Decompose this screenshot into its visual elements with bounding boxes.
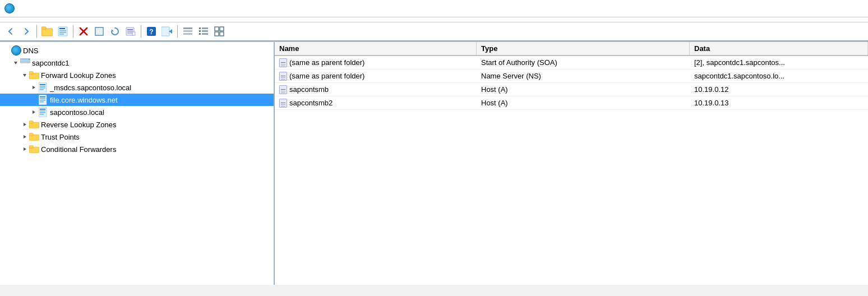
detail-view-button[interactable] [181, 24, 195, 39]
separator-4 [177, 25, 178, 38]
list-header: NameTypeData [275, 42, 868, 56]
forward-button[interactable] [19, 24, 34, 39]
record-icon [279, 58, 287, 67]
main-content: DNS sapcontdc1 Forward Lookup Zones _msd… [0, 41, 868, 285]
report-view-button[interactable] [212, 24, 227, 39]
record-icon [279, 99, 287, 108]
svg-marker-39 [23, 74, 26, 77]
svg-rect-13 [127, 29, 133, 30]
tree-item-sapcontdc1[interactable]: sapcontdc1 [0, 57, 274, 69]
svg-marker-11 [112, 29, 114, 31]
refresh2-button[interactable] [108, 24, 122, 39]
list-row[interactable]: sapcontsmbHost (A)10.19.0.12 [275, 83, 868, 96]
separator-1 [36, 25, 37, 38]
zone-icon [38, 82, 48, 92]
list-name-text: (same as parent folder) [289, 58, 364, 67]
tree-item-trust-points[interactable]: Trust Points [0, 131, 274, 143]
svg-rect-30 [215, 27, 219, 31]
tree-expander-sapcontoso-local[interactable] [29, 108, 38, 117]
list-row[interactable]: (same as parent folder)Name Server (NS)s… [275, 70, 868, 83]
separator-3 [141, 25, 141, 38]
svg-rect-46 [40, 87, 45, 89]
svg-rect-31 [220, 27, 224, 31]
title-bar [0, 0, 868, 17]
list-row[interactable]: sapcontsmb2Host (A)10.19.0.13 [275, 96, 868, 110]
delete-button[interactable] [76, 24, 91, 39]
tree-item-reverse-lookup[interactable]: Reverse Lookup Zones [0, 118, 274, 131]
folder-icon [29, 144, 39, 154]
tree-expander-reverse-lookup[interactable] [20, 120, 29, 129]
svg-marker-65 [24, 147, 26, 151]
app-icon [4, 3, 15, 13]
list-row[interactable]: (same as parent folder)Start of Authorit… [275, 56, 868, 70]
tree-label-sapcontoso-local: sapcontoso.local [50, 108, 104, 117]
svg-rect-22 [183, 30, 192, 32]
tree-expander-trust-points[interactable] [20, 132, 29, 141]
svg-rect-27 [202, 30, 208, 32]
toolbar: ? [0, 22, 868, 41]
tree-label-trust-points: Trust Points [41, 133, 80, 141]
svg-rect-3 [59, 28, 65, 29]
tree-item-forward-lookup[interactable]: Forward Lookup Zones [0, 69, 274, 81]
svg-rect-45 [40, 86, 45, 87]
list-view-button[interactable] [196, 24, 211, 39]
menu-action[interactable] [18, 18, 22, 21]
svg-rect-6 [59, 34, 64, 35]
svg-rect-1 [41, 27, 46, 29]
svg-rect-41 [29, 72, 33, 75]
list-header-type[interactable]: Type [477, 42, 690, 55]
svg-rect-61 [29, 121, 33, 124]
svg-rect-57 [40, 112, 45, 113]
svg-marker-59 [24, 123, 26, 126]
svg-rect-36 [21, 59, 30, 60]
svg-rect-49 [40, 96, 45, 98]
list-cell-data: 10.19.0.12 [690, 84, 868, 95]
folder-icon [29, 119, 39, 130]
tree-expander-sapcontdc1[interactable] [11, 58, 20, 67]
svg-rect-64 [29, 133, 33, 136]
list-cell-type: Name Server (NS) [477, 70, 690, 82]
svg-rect-14 [127, 31, 133, 32]
svg-rect-0 [41, 29, 53, 36]
svg-rect-4 [59, 30, 66, 31]
svg-marker-34 [14, 62, 17, 64]
svg-rect-21 [183, 27, 192, 29]
tree-item-file-core[interactable]: file.core.windows.net [0, 94, 274, 106]
svg-rect-47 [40, 89, 44, 90]
refresh-button[interactable] [92, 24, 107, 39]
tree-label-msdcs: _msdcs.sapcontoso.local [50, 84, 131, 92]
list-cell-name: (same as parent folder) [275, 70, 477, 82]
tree-label-reverse-lookup: Reverse Lookup Zones [41, 121, 116, 129]
menu-file[interactable] [4, 18, 9, 21]
tree-expander-dns-root [2, 46, 11, 55]
svg-point-38 [29, 59, 30, 60]
svg-rect-16 [132, 32, 135, 35]
svg-rect-52 [40, 101, 44, 103]
help-button[interactable]: ? [144, 24, 159, 39]
list-cell-data: sapcontdc1.sapcontoso.lo... [690, 70, 868, 82]
list-header-name[interactable]: Name [275, 42, 477, 55]
open-folder-button[interactable] [40, 24, 54, 39]
tree-expander-forward-lookup[interactable] [20, 71, 29, 80]
tree-item-sapcontoso-local[interactable]: sapcontoso.local [0, 106, 274, 118]
svg-rect-44 [40, 84, 45, 85]
menu-view[interactable] [31, 18, 36, 21]
svg-marker-42 [33, 86, 35, 89]
properties-button[interactable] [56, 24, 70, 39]
tree-label-forward-lookup: Forward Lookup Zones [41, 71, 116, 80]
svg-rect-50 [40, 98, 45, 99]
list-header-data[interactable]: Data [690, 42, 868, 55]
menu-help[interactable] [45, 18, 49, 21]
list-name-text: sapcontsmb [289, 85, 329, 94]
tree-expander-conditional-forwarders[interactable] [20, 145, 29, 154]
export-list-button[interactable] [123, 24, 138, 39]
back-button[interactable] [3, 24, 18, 39]
view-button[interactable] [160, 24, 174, 39]
tree-item-msdcs[interactable]: _msdcs.sapcontoso.local [0, 81, 274, 94]
zone-icon [38, 107, 48, 117]
tree-item-conditional-forwarders[interactable]: Conditional Forwarders [0, 143, 274, 155]
tree-item-dns-root[interactable]: DNS [0, 44, 274, 57]
tree-pane: DNS sapcontdc1 Forward Lookup Zones _msd… [0, 42, 275, 285]
folder-icon [29, 132, 39, 142]
tree-expander-msdcs[interactable] [29, 83, 38, 92]
